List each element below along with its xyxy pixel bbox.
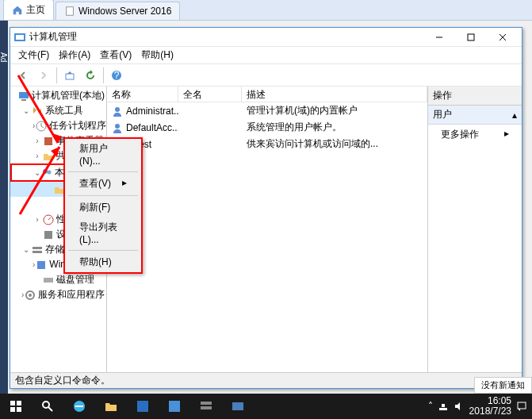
folder-icon (104, 399, 118, 413)
app-icon (136, 399, 150, 413)
maximize-button[interactable] (455, 28, 487, 47)
task-server-manager[interactable] (190, 394, 222, 419)
actions-pane: 操作 用户 ▴ 更多操作 ▸ (428, 86, 522, 372)
ctx-view[interactable]: 查看(V)▸ (65, 174, 141, 194)
windows-icon (10, 400, 22, 413)
backup-icon (35, 259, 48, 271)
chevron-right-icon: ▸ (504, 128, 509, 139)
perf-icon (42, 213, 55, 226)
notification-icon[interactable] (516, 401, 527, 412)
folder-share-icon (42, 150, 55, 163)
svg-rect-42 (232, 402, 243, 410)
back-button[interactable] (13, 66, 33, 85)
tree-system-tools[interactable]: ⌄系统工具 (10, 103, 106, 118)
svg-point-14 (43, 169, 48, 174)
list-row[interactable]: Administrat... 管理计算机(域)的内置帐户 (107, 102, 427, 119)
menubar: 文件(F) 操作(A) 查看(V) 帮助(H) (10, 47, 522, 64)
task-search[interactable] (32, 394, 63, 419)
tab-server-label: Windows Server 2016 (78, 6, 171, 17)
task-ie[interactable] (63, 394, 95, 419)
svg-rect-41 (201, 406, 212, 409)
svg-rect-7 (66, 74, 74, 79)
user-icon (112, 106, 123, 117)
svg-point-25 (115, 124, 120, 129)
ie-icon (72, 399, 86, 413)
svg-rect-39 (169, 401, 180, 412)
forward-button[interactable] (34, 66, 53, 85)
taskbar: ˄ 16:05 2018/7/23 (0, 394, 532, 419)
tray-up-icon[interactable]: ˄ (428, 401, 433, 412)
action-section-users[interactable]: 用户 ▴ (428, 106, 522, 125)
action-more[interactable]: 更多操作 ▸ (428, 125, 522, 144)
window-title: 计算机管理 (29, 30, 423, 44)
list-header: 名称 全名 描述 (107, 86, 427, 102)
ctx-refresh[interactable]: 刷新(F) (65, 198, 141, 217)
list-row[interactable]: DefaultAcc... 系统管理的用户帐户。 (107, 119, 427, 136)
svg-rect-43 (439, 408, 447, 410)
svg-rect-34 (17, 407, 21, 412)
list-row[interactable]: Guest 供来宾访问计算机或访问域的... (107, 136, 427, 152)
left-strip: Ad (0, 21, 8, 394)
network-icon[interactable] (438, 401, 449, 412)
chevron-up-icon: ▴ (512, 110, 517, 121)
home-icon (12, 5, 23, 16)
app-icon (167, 399, 182, 413)
tools-icon (31, 105, 44, 117)
svg-rect-0 (67, 7, 74, 16)
svg-rect-38 (137, 401, 148, 412)
col-fullname[interactable]: 全名 (178, 86, 242, 102)
sound-icon[interactable] (454, 401, 465, 412)
svg-rect-31 (10, 401, 15, 406)
svg-point-24 (115, 107, 120, 112)
svg-rect-21 (44, 278, 53, 283)
ctx-new-user[interactable]: 新用户(N)... (65, 139, 141, 170)
svg-rect-17 (44, 231, 52, 239)
close-button[interactable] (487, 28, 519, 47)
task-mmc[interactable] (222, 394, 254, 419)
clock-icon (35, 120, 48, 133)
notification-toast[interactable]: 没有新通知 (474, 377, 532, 394)
system-tray: ˄ 16:05 2018/7/23 (428, 396, 532, 417)
tree-root[interactable]: 计算机管理(本地) (10, 88, 106, 103)
menu-view[interactable]: 查看(V) (95, 47, 136, 63)
statusbar: 包含自定义口令命令。 (10, 372, 522, 388)
up-button[interactable] (60, 66, 79, 85)
start-button[interactable] (0, 394, 32, 419)
chevron-right-icon: ▸ (122, 177, 127, 188)
svg-rect-33 (10, 407, 15, 412)
task-app2[interactable] (159, 394, 190, 419)
ctx-help[interactable]: 帮助(H) (65, 252, 141, 272)
refresh-button[interactable] (81, 66, 100, 85)
tree-services[interactable]: ›服务和应用程序 (10, 287, 106, 302)
tab-server[interactable]: Windows Server 2016 (55, 2, 180, 20)
mmc-icon (231, 399, 245, 413)
event-icon (42, 135, 55, 148)
svg-point-15 (48, 170, 52, 174)
tab-home[interactable]: 主页 (3, 0, 54, 20)
task-app1[interactable] (127, 394, 159, 419)
menu-help[interactable]: 帮助(H) (136, 47, 178, 63)
svg-rect-45 (518, 402, 526, 409)
task-explorer[interactable] (95, 394, 127, 419)
svg-rect-32 (17, 401, 21, 406)
clock[interactable]: 16:05 2018/7/23 (469, 396, 511, 417)
col-desc[interactable]: 描述 (242, 86, 427, 102)
help-button[interactable]: ? (107, 66, 126, 85)
minimize-button[interactable] (423, 28, 455, 47)
svg-line-36 (48, 407, 52, 411)
menu-file[interactable]: 文件(F) (13, 47, 54, 63)
col-name[interactable]: 名称 (107, 86, 178, 102)
tab-home-label: 主页 (26, 3, 45, 17)
context-menu: 新用户(N)... 查看(V)▸ 刷新(F) 导出列表(L)... 帮助(H) (63, 137, 143, 274)
user-icon (112, 122, 123, 133)
menu-action[interactable]: 操作(A) (54, 47, 95, 63)
document-icon (64, 6, 75, 17)
svg-rect-18 (33, 247, 42, 249)
tree-task-scheduler[interactable]: ›任务计划程序 (10, 118, 106, 133)
disk-icon (42, 274, 55, 286)
tree-disk[interactable]: 磁盘管理 (10, 272, 106, 287)
actions-header: 操作 (428, 86, 522, 106)
browser-tab-strip: 主页 Windows Server 2016 (0, 0, 532, 21)
svg-rect-4 (468, 34, 474, 40)
ctx-export[interactable]: 导出列表(L)... (65, 217, 141, 248)
